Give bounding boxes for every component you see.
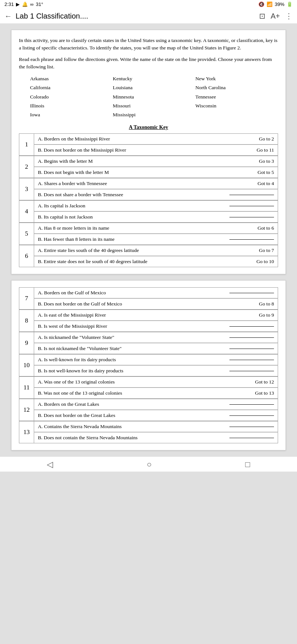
- battery-icon: 🔋: [287, 1, 293, 7]
- row-num-9: 9: [19, 332, 34, 354]
- temperature: 31°: [36, 1, 43, 7]
- key-row-6: 6 A. Entire state lies south of the 40 d…: [19, 245, 278, 267]
- clue-1a: A. Borders on the Mississippi River Go t…: [34, 133, 278, 145]
- clue-13a: A. Contains the Sierra Nevada Mountains: [34, 421, 278, 432]
- back-button[interactable]: ←: [4, 12, 12, 20]
- clue-4b: B. Its capital is not Jackson: [34, 211, 278, 223]
- states-col-1: Arkansas California Colorado Illinois Io…: [30, 74, 113, 119]
- row-num-11: 11: [19, 376, 34, 399]
- status-bar: 2:31 ▶ 🔔 ∞ 31° 🔇 📶 39% 🔋: [0, 0, 297, 9]
- state-item: Kentucky: [113, 74, 196, 83]
- row-clues-12: A. Borders on the Great Lakes B. Does no…: [34, 399, 278, 421]
- key-row-10: 10 A. Is well-known for its dairy produc…: [19, 354, 278, 376]
- key-row-7: 7 A. Borders on the Gulf of Mexico B. Do…: [19, 287, 278, 310]
- row-clues-3: A. Shares a border with Tennessee Got to…: [34, 178, 278, 200]
- row-clues-7: A. Borders on the Gulf of Mexico B. Does…: [34, 287, 278, 310]
- key-row-5: 5 A. Has 8 or more letters in its name G…: [19, 223, 278, 245]
- row-clues-2: A. Begins with the letter M Go to 3 B. D…: [34, 156, 278, 178]
- state-item: Mississippi: [113, 110, 196, 119]
- clue-12a: A. Borders on the Great Lakes: [34, 399, 278, 410]
- clue-6a: A. Entire state lies south of the 40 deg…: [34, 245, 278, 256]
- key-row-8: 8 A. Is east of the Mississippi River Go…: [19, 310, 278, 332]
- state-item: North Carolina: [195, 83, 278, 92]
- row-clues-13: A. Contains the Sierra Nevada Mountains …: [34, 421, 278, 443]
- state-item: Tennessee: [195, 93, 278, 101]
- state-item: Wisconsin: [195, 101, 278, 110]
- intro-paragraph-2: Read each phrase and follow the directio…: [19, 56, 278, 71]
- clue-11b: B. Was not one of the 13 original coloni…: [34, 388, 278, 399]
- row-num-12: 12: [19, 399, 34, 421]
- state-item: New York: [195, 74, 278, 83]
- clue-9a: A. Is nicknamed the "Volunteer State": [34, 332, 278, 343]
- row-clues-4: A. Its capital is Jackson B. Its capital…: [34, 200, 278, 223]
- taxonomic-table-1: 1 A. Borders on the Mississippi River Go…: [19, 133, 278, 267]
- status-left: 2:31 ▶ 🔔 ∞ 31°: [4, 1, 43, 7]
- clue-7b: B. Does not border on the Gulf of Mexico…: [34, 298, 278, 310]
- clue-2b: B. Does not begin with the letter M Got …: [34, 167, 278, 178]
- clue-1b: B. Does not border on the Mississippi Ri…: [34, 145, 278, 156]
- recent-nav-button[interactable]: □: [245, 460, 250, 469]
- clue-4a: A. Its capital is Jackson: [34, 200, 278, 211]
- clue-8a: A. Is east of the Mississippi River Go t…: [34, 310, 278, 321]
- page-title: Lab 1 Classification....: [16, 12, 255, 20]
- row-num-13: 13: [19, 421, 34, 443]
- clue-10b: B. Is not well-known for its dairy produ…: [34, 365, 278, 376]
- toolbar-icons: ⊡ A+ ⋮: [259, 12, 293, 20]
- row-num-6: 6: [19, 245, 34, 267]
- clue-2a: A. Begins with the letter M Go to 3: [34, 156, 278, 167]
- clue-3a: A. Shares a border with Tennessee Got to…: [34, 178, 278, 189]
- voicemail-icon: ∞: [30, 1, 33, 7]
- row-clues-5: A. Has 8 or more letters in its name Got…: [34, 223, 278, 245]
- more-options-button[interactable]: ⋮: [285, 12, 293, 20]
- clue-7a: A. Borders on the Gulf of Mexico: [34, 287, 278, 298]
- key-row-11: 11 A. Was one of the 13 original colonie…: [19, 376, 278, 399]
- android-nav: ◁ ○ □: [0, 456, 297, 472]
- mute-icon: 🔇: [258, 1, 264, 7]
- row-clues-8: A. Is east of the Mississippi River Go t…: [34, 310, 278, 332]
- status-right: 🔇 📶 39% 🔋: [258, 1, 293, 7]
- states-col-3: New York North Carolina Tennessee Wiscon…: [195, 74, 278, 119]
- row-num-5: 5: [19, 223, 34, 245]
- home-nav-button[interactable]: ○: [147, 460, 151, 469]
- row-clues-10: A. Is well-known for its dairy products …: [34, 354, 278, 376]
- state-item: Arkansas: [30, 74, 113, 83]
- clue-11a: A. Was one of the 13 original colonies G…: [34, 376, 278, 388]
- clue-9b: B. Is not nicknamed the "Volunteer State…: [34, 343, 278, 354]
- key-row-3: 3 A. Shares a border with Tennessee Got …: [19, 178, 278, 200]
- key-row-9: 9 A. Is nicknamed the "Volunteer State" …: [19, 332, 278, 354]
- key-row-13: 13 A. Contains the Sierra Nevada Mountai…: [19, 421, 278, 443]
- row-clues-11: A. Was one of the 13 original colonies G…: [34, 376, 278, 399]
- page-card-2: 7 A. Borders on the Gulf of Mexico B. Do…: [11, 280, 286, 450]
- intro-paragraph-1: In this activity, you are to classify ce…: [19, 37, 278, 52]
- state-item: Iowa: [30, 110, 113, 119]
- clue-3b: B. Does not share a border with Tennesse…: [34, 189, 278, 200]
- row-clues-6: A. Entire state lies south of the 40 deg…: [34, 245, 278, 267]
- state-item: Minnesota: [113, 93, 196, 101]
- play-icon: ▶: [16, 1, 20, 7]
- text-size-button[interactable]: A+: [271, 12, 280, 20]
- key-row-12: 12 A. Borders on the Great Lakes B. Does…: [19, 399, 278, 421]
- table-title: A Taxonomic Key: [19, 124, 278, 130]
- clue-5a: A. Has 8 or more letters in its name Got…: [34, 223, 278, 234]
- state-item: Illinois: [30, 101, 113, 110]
- row-num-8: 8: [19, 310, 34, 332]
- battery-text: 39%: [275, 1, 284, 7]
- notification-icon: 🔔: [22, 1, 28, 7]
- clue-13b: B. Does not contain the Sierra Nevada Mo…: [34, 432, 278, 443]
- wifi-icon: 📶: [267, 1, 272, 7]
- key-row-4: 4 A. Its capital is Jackson B. Its capit…: [19, 200, 278, 223]
- key-row-2: 2 A. Begins with the letter M Go to 3 B.…: [19, 156, 278, 178]
- row-clues-1: A. Borders on the Mississippi River Go t…: [34, 133, 278, 156]
- back-nav-button[interactable]: ◁: [47, 460, 53, 469]
- states-col-2: Kentucky Louisiana Minnesota Missouri Mi…: [113, 74, 196, 119]
- states-list: Arkansas California Colorado Illinois Io…: [30, 74, 278, 119]
- row-num-10: 10: [19, 354, 34, 376]
- row-clues-9: A. Is nicknamed the "Volunteer State" B.…: [34, 332, 278, 354]
- clue-6b: B. Entire state does not lie south of 40…: [34, 256, 278, 267]
- row-num-3: 3: [19, 178, 34, 200]
- state-item: Louisiana: [113, 83, 196, 92]
- row-num-7: 7: [19, 287, 34, 310]
- clue-12b: B. Does not border on the Great Lakes: [34, 410, 278, 421]
- search-button[interactable]: ⊡: [259, 12, 265, 20]
- state-item: California: [30, 83, 113, 92]
